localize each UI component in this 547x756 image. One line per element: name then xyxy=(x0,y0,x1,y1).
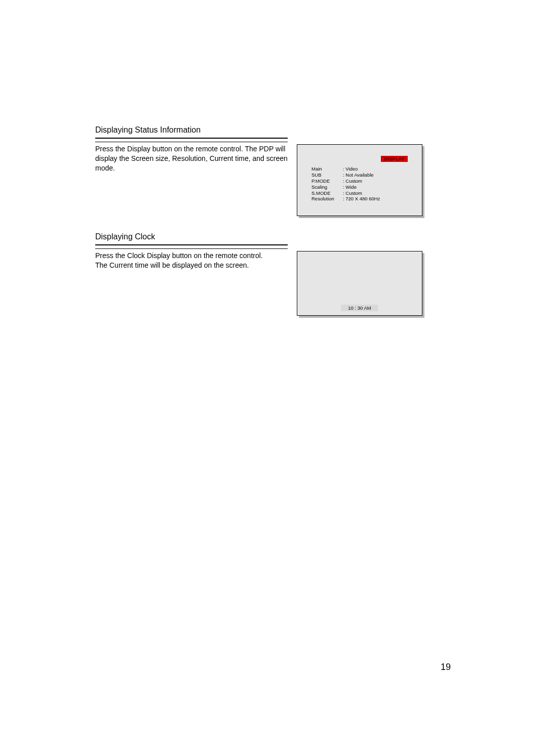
osd-label: Main xyxy=(311,166,343,172)
osd-label: SUB xyxy=(311,172,343,178)
clock-time-chip: 10 : 30 AM xyxy=(341,305,378,311)
osd-row: Scaling Wide xyxy=(311,184,408,190)
osd-value: Video xyxy=(343,166,358,172)
osd-value: Wide xyxy=(343,184,357,190)
osd-value: Custom xyxy=(343,190,362,196)
divider-thin xyxy=(95,248,288,249)
divider-thick xyxy=(95,138,288,139)
osd-label: Resolution xyxy=(311,196,343,202)
osd-value: Custom xyxy=(343,178,362,184)
osd-row: S.MODE Custom xyxy=(311,190,408,196)
osd-label: P.MODE xyxy=(311,178,343,184)
osd-row: Main Video xyxy=(311,166,408,172)
divider-thick xyxy=(95,244,288,245)
divider-thin xyxy=(95,142,288,142)
section-heading-status: Displaying Status Information xyxy=(95,125,450,135)
osd-clock-panel: 10 : 30 AM xyxy=(297,251,422,316)
osd-label: S.MODE xyxy=(311,190,343,196)
osd-row: SUB Not Available xyxy=(311,172,408,178)
osd-label: Scaling xyxy=(311,184,343,190)
osd-value: 720 X 480 60Hz xyxy=(343,196,380,202)
osd-row: P.MODE Custom xyxy=(311,178,408,184)
osd-value: Not Available xyxy=(343,172,374,178)
osd-display-panel: DISPLAY Main Video SUB Not Available P.M… xyxy=(297,144,422,216)
page-number: 19 xyxy=(441,662,451,673)
osd-table: Main Video SUB Not Available P.MODE Cust… xyxy=(311,166,408,202)
osd-title-badge: DISPLAY xyxy=(381,156,408,162)
body-text-status: Press the Display button on the remote c… xyxy=(95,144,288,173)
osd-row: Resolution 720 X 480 60Hz xyxy=(311,196,408,202)
section-heading-clock: Displaying Clock xyxy=(95,232,450,241)
body-text-clock: Press the Clock Display button on the re… xyxy=(95,251,288,270)
